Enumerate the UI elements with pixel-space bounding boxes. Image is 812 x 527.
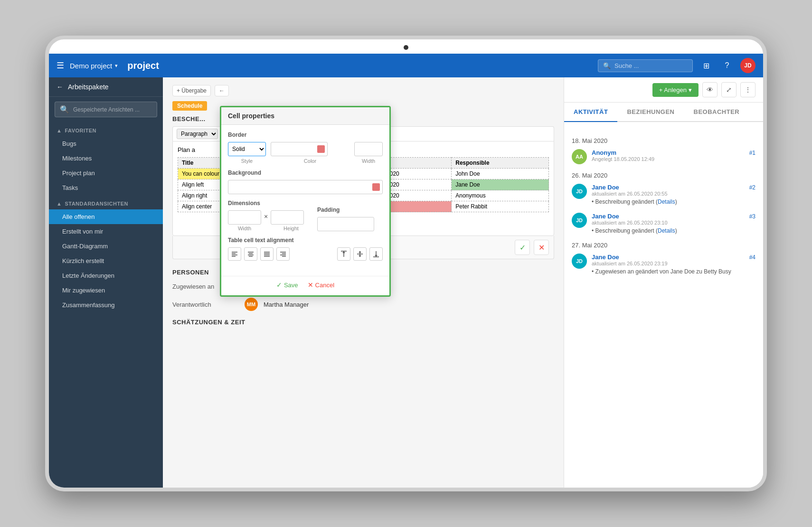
activity-time-2: aktualisiert am 26.05.2020 20:55 xyxy=(592,191,755,197)
padding-input[interactable] xyxy=(317,217,374,231)
sidebar: ← Arbeitspakete 🔍 ▲ FAVORITEN Bugs Miles… xyxy=(49,77,163,488)
responsible-label: Verantwortlich xyxy=(172,301,239,308)
tab-aktivitaet[interactable]: AKTIVITÄT xyxy=(564,103,617,122)
activity-item-2: JD Jane Doe #2 aktualisiert am 26.05.202… xyxy=(572,184,755,205)
project-name: Demo project xyxy=(70,62,112,70)
paragraph-select[interactable]: Paragraph xyxy=(177,129,218,139)
estimates-title: SCHÄTZUNGEN & ZEIT xyxy=(172,319,554,326)
color-label: Color xyxy=(271,158,349,164)
sidebar-back-button[interactable]: ← Arbeitspakete xyxy=(49,77,163,97)
activity-item-1: AA Anonym #1 Angelegt 18.05.2020 12:49 xyxy=(572,149,755,164)
activity-content-1: Anonym #1 Angelegt 18.05.2020 12:49 xyxy=(592,149,755,164)
search-bar[interactable]: 🔍 xyxy=(598,59,693,72)
sidebar-item-erstellt-von-mir[interactable]: Erstellt von mir xyxy=(49,224,163,239)
details-link-2[interactable]: Details xyxy=(658,198,675,205)
align-left-btn[interactable] xyxy=(228,247,241,261)
sidebar-item-zusammenfassung[interactable]: Zusammenfassung xyxy=(49,298,163,312)
valign-middle-btn[interactable] xyxy=(353,247,367,261)
sidebar-item-project-plan[interactable]: Project plan xyxy=(49,166,163,180)
sidebar-item-gantt[interactable]: Gantt-Diagramm xyxy=(49,239,163,254)
right-panel: + Anlegen ▾ 👁 ⤢ ⋮ AKTIVITÄT BEZIEHUNGEN … xyxy=(564,77,763,488)
border-width-input[interactable] xyxy=(354,142,383,156)
style-label: Style xyxy=(228,158,266,164)
sidebar-item-mir-zugewiesen[interactable]: Mir zugewiesen xyxy=(49,283,163,298)
height-dim-input[interactable] xyxy=(271,210,304,225)
right-toolbar: + Anlegen ▾ 👁 ⤢ ⋮ xyxy=(564,77,763,103)
activity-num-1: #1 xyxy=(749,150,755,156)
eye-button[interactable]: 👁 xyxy=(702,82,718,97)
chevron-down-icon: ▾ xyxy=(115,63,118,69)
dialog-body: Border Solid Style xyxy=(221,125,389,276)
dim-labels: Width Height xyxy=(228,226,308,231)
sidebar-item-milestones[interactable]: Milestones xyxy=(49,151,163,166)
martha-avatar: MM xyxy=(245,298,258,311)
standard-label: ▲ STANDARDANSICHTEN xyxy=(49,195,163,209)
sidebar-item-tasks[interactable]: Tasks xyxy=(49,180,163,195)
activity-text-4: • Zugewiesen an geändert von Jane Doe zu… xyxy=(592,268,755,275)
activity-name-3: Jane Doe xyxy=(592,213,619,220)
favorites-label: ▲ FAVORITEN xyxy=(49,122,163,136)
date-separator-3: 27. Mai 2020 xyxy=(572,242,755,249)
tab-beobachter[interactable]: BEOBACHTER xyxy=(684,103,749,122)
back-icon: ← xyxy=(57,83,63,91)
activity-text-3: • Beschreibung geändert (Details) xyxy=(592,227,755,234)
align-center-btn[interactable] xyxy=(244,247,257,261)
color-picker-icon[interactable] xyxy=(317,145,325,153)
activity-num-2: #2 xyxy=(749,184,755,191)
sidebar-search[interactable]: 🔍 xyxy=(55,102,157,117)
add-button[interactable]: + Anlegen ▾ xyxy=(652,83,699,97)
arrow-btn[interactable]: ← xyxy=(215,85,229,96)
style-select[interactable]: Solid xyxy=(228,142,266,156)
help-icon[interactable]: ? xyxy=(719,58,735,73)
uebgabe-btn[interactable]: + Übergabe xyxy=(172,85,211,96)
sidebar-search-input[interactable] xyxy=(73,106,152,113)
padding-label: Padding xyxy=(317,207,374,213)
activity-num-3: #3 xyxy=(749,213,755,220)
more-options-button[interactable]: ⋮ xyxy=(740,82,755,97)
camera-dot xyxy=(404,45,408,50)
tab-beziehungen[interactable]: BEZIEHUNGEN xyxy=(617,103,684,122)
search-input[interactable] xyxy=(614,62,686,69)
sidebar-item-letzte[interactable]: Letzte Änderungen xyxy=(49,268,163,283)
activity-item-4: JD Jane Doe #4 aktualisiert am 26.05.202… xyxy=(572,254,755,275)
valign-top-btn[interactable] xyxy=(337,247,350,261)
dimensions-field: Dimensions × Width H xyxy=(228,200,308,231)
date-separator-1: 18. Mai 2020 xyxy=(572,137,755,144)
project-selector[interactable]: Demo project ▾ xyxy=(70,62,118,70)
color-field: Color xyxy=(271,142,349,164)
align-justify-btn[interactable] xyxy=(260,247,274,261)
width-dim-input[interactable] xyxy=(228,210,261,225)
cell-resp-3: Anonymous xyxy=(452,190,549,201)
bg-color-picker-icon[interactable] xyxy=(372,183,380,191)
dialog-save-button[interactable]: ✓ Save xyxy=(276,281,298,289)
activity-time-4: aktualisiert am 26.05.2020 23:19 xyxy=(592,261,755,266)
expand-button[interactable]: ⤢ xyxy=(721,82,736,97)
app-title: project xyxy=(127,60,159,71)
activity-name-1: Anonym xyxy=(592,149,616,156)
align-right-btn[interactable] xyxy=(276,247,290,261)
dim-x: × xyxy=(264,213,268,222)
hamburger-icon[interactable]: ☰ xyxy=(57,60,64,71)
bg-color-wrap xyxy=(228,180,383,194)
halign-row xyxy=(228,247,290,261)
grid-icon[interactable]: ⊞ xyxy=(699,58,714,73)
details-link-3[interactable]: Details xyxy=(658,227,675,234)
bg-color-input[interactable] xyxy=(228,180,383,194)
cell-properties-dialog[interactable]: Cell properties Border Solid Style xyxy=(220,106,391,297)
dropdown-icon: ▾ xyxy=(689,86,692,94)
user-avatar[interactable]: JD xyxy=(740,58,755,73)
activity-content-2: Jane Doe #2 aktualisiert am 26.05.2020 2… xyxy=(592,184,755,205)
dialog-cancel-button[interactable]: ✕ Cancel xyxy=(308,281,334,289)
valign-bottom-btn[interactable] xyxy=(369,247,383,261)
svg-marker-21 xyxy=(359,251,361,253)
dim-pad-row: Dimensions × Width H xyxy=(228,200,383,231)
activity-num-4: #4 xyxy=(749,254,755,261)
discard-button[interactable]: ✕ xyxy=(534,240,549,255)
confirm-button[interactable]: ✓ xyxy=(515,240,530,255)
sidebar-item-kuerzlich[interactable]: Kürzlich erstellt xyxy=(49,254,163,268)
sidebar-item-bugs[interactable]: Bugs xyxy=(49,136,163,151)
width-label: Width xyxy=(354,158,383,164)
border-row: Solid Style Color xyxy=(228,142,383,164)
sidebar-item-alle-offenen[interactable]: Alle offenen xyxy=(49,209,163,224)
top-navbar: ☰ Demo project ▾ project 🔍 ⊞ ? JD xyxy=(49,54,763,77)
